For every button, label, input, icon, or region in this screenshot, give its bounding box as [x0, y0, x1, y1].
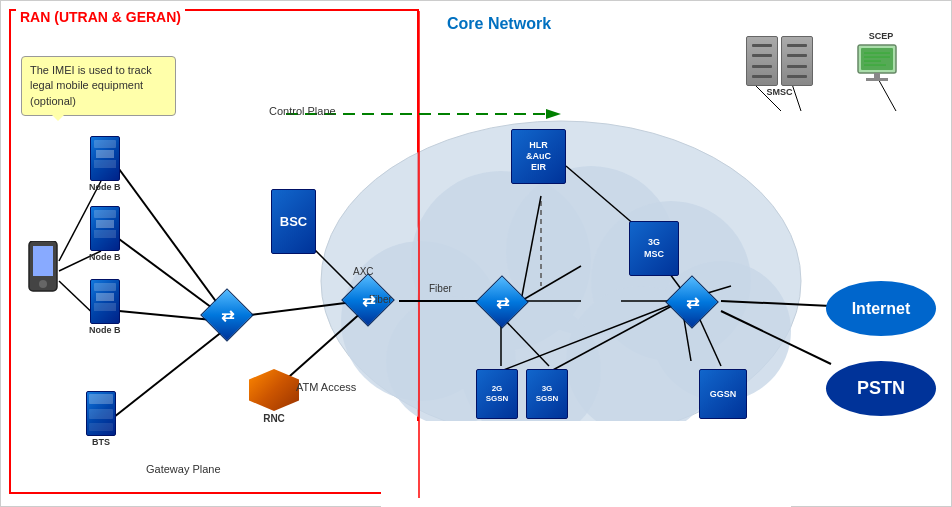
svg-line-26 [501, 301, 681, 371]
control-plane-label: Control Plane [269, 105, 336, 117]
bts-label: BTS [92, 437, 110, 447]
fiber-label-2: Fiber [429, 283, 452, 294]
sgsn-3g: 3GSGSN [526, 369, 568, 419]
svg-point-45 [39, 280, 47, 288]
sgsn-2g-label: 2GSGSN [486, 384, 509, 403]
scep-label: SCEP [869, 31, 894, 41]
ggsn: GGSN [699, 369, 747, 419]
callout-text: The IMEI is used to track legal mobile e… [30, 64, 152, 107]
node-b-1: Node B [89, 136, 121, 192]
bsc: BSC [271, 189, 316, 254]
svg-rect-44 [33, 246, 53, 276]
middle-switch: ⇄ [483, 283, 521, 321]
smsc-label: SMSC [766, 87, 792, 97]
3g-msc: 3GMSC [629, 221, 679, 276]
svg-rect-49 [874, 73, 880, 78]
right-switch: ⇄ [673, 283, 711, 321]
svg-line-22 [521, 196, 541, 301]
node-b-3-label: Node B [89, 325, 121, 335]
gateway-plane-label: Gateway Plane [146, 463, 221, 475]
ggsn-label: GGSN [710, 389, 737, 399]
hlr-eir: HLR&AuCEIR [511, 129, 566, 184]
sgsn-3g-label: 3GSGSN [536, 384, 559, 403]
scep-device: SCEP [856, 31, 906, 92]
svg-rect-48 [861, 48, 893, 70]
node-b-3: Node B [89, 279, 121, 335]
node-b-1-label: Node B [89, 182, 121, 192]
node-b-2: Node B [89, 206, 121, 262]
node-b-2-label: Node B [89, 252, 121, 262]
mobile-device [26, 241, 61, 300]
rnc: RNC [249, 369, 299, 424]
svg-rect-9 [381, 421, 791, 507]
msc-label: 3GMSC [644, 237, 664, 260]
svg-line-36 [566, 166, 636, 226]
main-diagram: RAN (UTRAN & GERAN) Core Network [0, 0, 952, 507]
smsc-server: SMSC [746, 36, 813, 97]
core-title: Core Network [447, 15, 551, 33]
axc-label: AXC [353, 266, 374, 277]
internet-label: Internet [852, 300, 911, 318]
bts: BTS [86, 391, 116, 447]
bsc-label: BSC [280, 214, 307, 229]
pstn-button: PSTN [826, 361, 936, 416]
hlr-label: HLR&AuCEIR [526, 140, 551, 172]
svg-line-31 [501, 316, 549, 366]
svg-marker-12 [546, 109, 561, 119]
ran-title: RAN (UTRAN & GERAN) [16, 9, 185, 25]
svg-rect-50 [866, 78, 888, 81]
atm-access-label: ATM Access [296, 381, 356, 393]
svg-line-20 [521, 266, 581, 301]
svg-line-33 [721, 301, 831, 306]
callout-box: The IMEI is used to track legal mobile e… [21, 56, 176, 116]
atm-switch-rnc: ⇄ [208, 296, 246, 334]
sgsn-2g: 2GSGSN [476, 369, 518, 419]
pstn-label: PSTN [857, 378, 905, 399]
internet-button: Internet [826, 281, 936, 336]
rnc-label: RNC [263, 413, 285, 424]
svg-line-34 [721, 311, 831, 364]
svg-line-27 [551, 301, 681, 371]
